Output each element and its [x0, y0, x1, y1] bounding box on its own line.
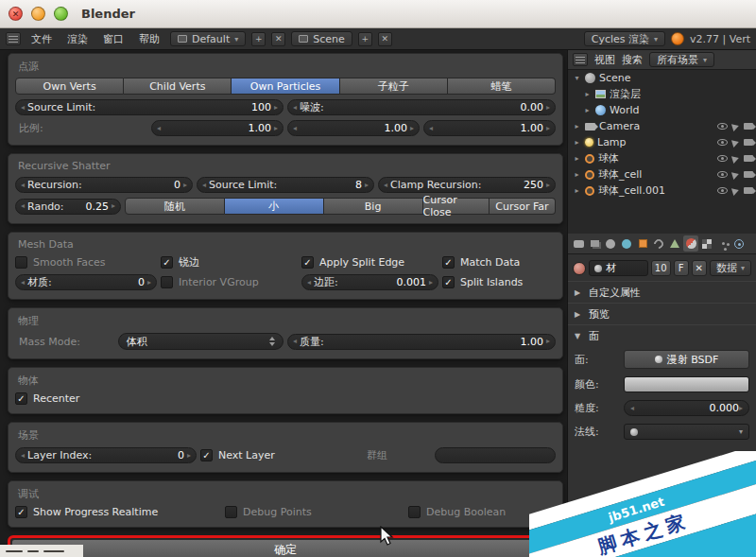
checkbox-sharp-edges[interactable]: ✓ 锐边: [161, 255, 298, 270]
mode-small[interactable]: 小: [225, 198, 324, 215]
tab-particles[interactable]: [715, 235, 730, 252]
normal-input[interactable]: ▾: [624, 424, 749, 440]
checkbox-recenter[interactable]: ✓ Recenter: [15, 392, 79, 405]
remove-layout-button[interactable]: ✕: [271, 32, 285, 46]
users-count-button[interactable]: 10: [651, 260, 671, 276]
checkbox-show-progress-realtime[interactable]: ✓ Show Progress Realtime: [15, 506, 221, 518]
renderability-camera-icon[interactable]: [744, 155, 753, 162]
outliner-item-sphere[interactable]: ▸ 球体: [568, 150, 756, 166]
visibility-eye-icon[interactable]: [717, 171, 728, 178]
expander-icon[interactable]: ▸: [573, 186, 581, 195]
checkbox-smooth-faces[interactable]: ✓ Smooth Faces: [15, 256, 157, 269]
tab-child-particles[interactable]: 子粒子: [340, 78, 448, 95]
checkbox-split-islands[interactable]: ✓ Split Islands: [442, 276, 556, 288]
tab-own-verts[interactable]: Own Verts: [15, 78, 124, 95]
selectability-arrow-icon[interactable]: [731, 186, 740, 196]
outliner-item-camera[interactable]: ▸ Camera: [568, 118, 756, 134]
window-maximize-button[interactable]: [54, 7, 68, 21]
source-limit-field[interactable]: ◂ Source Limit: 100 ▸: [15, 99, 284, 115]
visibility-eye-icon[interactable]: [717, 187, 728, 194]
surface-shader-button[interactable]: 漫射 BSDF: [624, 350, 749, 369]
add-layout-button[interactable]: +: [251, 32, 266, 46]
selectability-arrow-icon[interactable]: [731, 122, 740, 131]
checkbox-interior-vgroup[interactable]: ✓ Interior VGroup: [161, 276, 298, 288]
tab-texture[interactable]: [699, 235, 714, 252]
outliner-item-sphere-cell-001[interactable]: ▸ 球体_cell.001: [568, 183, 756, 199]
layer-index-field[interactable]: ◂ Layer Index: 0 ▸: [15, 447, 197, 463]
editor-type-icon[interactable]: [573, 53, 588, 66]
renderability-camera-icon[interactable]: [744, 187, 753, 194]
panel-preview[interactable]: ▶ 预览: [568, 303, 756, 324]
increment-arrow-icon[interactable]: ▸: [410, 125, 414, 132]
expander-icon[interactable]: ▸: [573, 138, 581, 147]
expander-icon[interactable]: ▸: [583, 106, 592, 114]
tab-modifiers[interactable]: [651, 235, 666, 252]
recursion-source-limit-field[interactable]: ◂ Source Limit: 8 ▸: [197, 177, 374, 193]
remove-scene-button[interactable]: ✕: [378, 32, 392, 46]
material-name-field[interactable]: 材: [589, 260, 648, 276]
tab-world[interactable]: [619, 235, 634, 252]
scene-dropdown[interactable]: Scene: [291, 31, 352, 46]
window-minimize-button[interactable]: [31, 7, 45, 21]
roughness-slider[interactable]: ◂ 0.000 ▸: [624, 400, 749, 416]
increment-arrow-icon[interactable]: ▸: [739, 405, 743, 412]
tab-physics[interactable]: [731, 235, 747, 252]
expander-icon[interactable]: ▸: [573, 122, 581, 131]
scale-z-field[interactable]: ◂ 1.00 ▸: [423, 120, 556, 136]
scale-x-field[interactable]: ◂ 1.00 ▸: [151, 120, 284, 136]
editor-type-icon[interactable]: [6, 32, 21, 45]
material-index-field[interactable]: ◂ 材质: 0 ▸: [15, 274, 157, 290]
outliner-item-sphere-cell[interactable]: ▸ 球体_cell: [568, 166, 756, 183]
tab-scene[interactable]: [603, 235, 618, 252]
screen-layout-dropdown[interactable]: Default ▾: [170, 31, 246, 46]
increment-arrow-icon[interactable]: ▸: [546, 125, 550, 132]
visibility-eye-icon[interactable]: [717, 139, 728, 146]
outliner-item-render-layers[interactable]: ▸ 渲染层: [568, 86, 756, 102]
add-scene-button[interactable]: +: [358, 32, 372, 46]
panel-custom-properties[interactable]: ▶ 自定义属性: [568, 281, 756, 303]
outliner-menu-view[interactable]: 视图: [594, 53, 615, 67]
margin-field[interactable]: ◂ 边距: 0.001 ▸: [301, 274, 438, 290]
renderability-camera-icon[interactable]: [744, 171, 753, 178]
checkbox-match-data[interactable]: ✓ Match Data: [442, 256, 556, 269]
menu-render[interactable]: 渲染: [62, 32, 93, 46]
increment-arrow-icon[interactable]: ▸: [546, 338, 550, 345]
tab-render-layers[interactable]: [587, 235, 602, 252]
visibility-eye-icon[interactable]: [717, 123, 728, 130]
outliner-filter-dropdown[interactable]: 所有场景 ▾: [649, 52, 714, 67]
fake-user-button[interactable]: F: [674, 260, 689, 276]
color-swatch[interactable]: [624, 376, 749, 392]
increment-arrow-icon[interactable]: ▸: [147, 279, 151, 287]
panel-surface[interactable]: ▼ 面: [568, 324, 756, 346]
mass-field[interactable]: ◂ 质量: 1.00 ▸: [287, 334, 556, 350]
tab-render[interactable]: [571, 235, 586, 252]
link-mode-dropdown[interactable]: 数据 ▾: [710, 260, 751, 276]
tab-object[interactable]: [635, 235, 650, 252]
mass-mode-dropdown[interactable]: 体积: [118, 333, 284, 350]
scale-y-field[interactable]: ◂ 1.00 ▸: [287, 120, 420, 136]
increment-arrow-icon[interactable]: ▸: [274, 104, 278, 112]
expander-icon[interactable]: ▸: [583, 90, 592, 98]
menu-help[interactable]: 帮助: [134, 32, 164, 46]
increment-arrow-icon[interactable]: ▸: [365, 182, 369, 189]
mode-random[interactable]: 随机: [125, 198, 225, 215]
increment-arrow-icon[interactable]: ▸: [274, 125, 278, 132]
increment-arrow-icon[interactable]: ▸: [183, 182, 187, 189]
mode-cursor-close[interactable]: Cursor Close: [423, 198, 490, 215]
increment-arrow-icon[interactable]: ▸: [546, 182, 550, 189]
increment-arrow-icon[interactable]: ▸: [187, 452, 191, 460]
checkbox-apply-split-edge[interactable]: ✓ Apply Split Edge: [301, 256, 438, 269]
outliner-item-scene[interactable]: ▾ Scene: [568, 70, 756, 86]
outliner-menu-search[interactable]: 搜索: [622, 53, 643, 67]
tab-grease-pencil[interactable]: 蜡笔: [448, 78, 556, 95]
window-close-button[interactable]: ✕: [9, 7, 23, 21]
outliner-item-world[interactable]: ▸ World: [568, 102, 756, 118]
clamp-recursion-field[interactable]: ◂ Clamp Recursion: 250 ▸: [378, 177, 556, 193]
expander-icon[interactable]: ▸: [573, 170, 581, 179]
rando-field[interactable]: ◂ Rando: 0.25 ▸: [15, 199, 121, 215]
menu-window[interactable]: 窗口: [98, 32, 129, 46]
increment-arrow-icon[interactable]: ▸: [112, 202, 115, 210]
tab-own-particles[interactable]: Own Particles: [232, 78, 339, 95]
selectability-arrow-icon[interactable]: [731, 170, 740, 180]
checkbox-next-layer[interactable]: ✓ Next Layer: [200, 449, 275, 461]
